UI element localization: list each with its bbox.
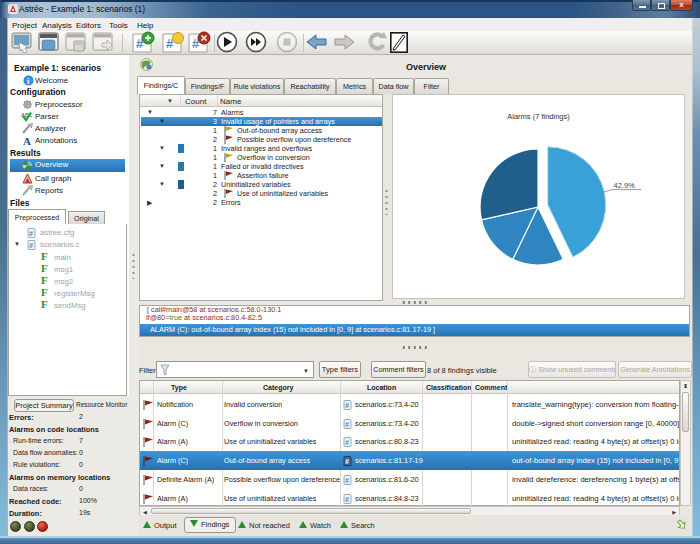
svg-text:#: # [29, 230, 33, 237]
svg-text:#: # [345, 458, 349, 465]
svg-text:#: # [29, 242, 33, 249]
svg-text:#: # [345, 495, 349, 502]
svg-text:42.9%: 42.9% [614, 181, 636, 190]
svg-text:#: # [345, 476, 349, 483]
svg-text:#: # [345, 420, 349, 427]
svg-text:#: # [345, 402, 349, 409]
svg-text:#: # [345, 439, 349, 446]
